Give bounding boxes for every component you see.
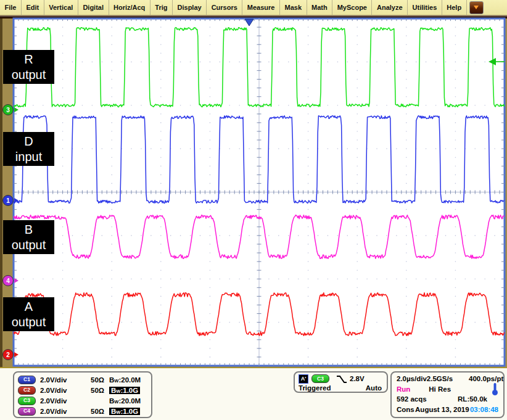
menu-bar: FileEditVerticalDigitalHoriz/AcqTrigDisp…: [0, 0, 507, 15]
trigger-status-row: Triggered Auto: [299, 384, 383, 392]
label-line: output: [12, 315, 46, 330]
status-bar: C12.0V/div50ΩBW:20.0MC22.0V/div50ΩBW:1.0…: [0, 367, 507, 420]
menu-item-help[interactable]: Help: [442, 0, 467, 15]
channel-pill-c4[interactable]: C4: [18, 407, 36, 416]
acquisitions: 592 acqs: [397, 395, 427, 403]
channel-bandwidth: BW:20.0M: [109, 397, 141, 405]
waveform-label-r-output: R output: [3, 50, 54, 84]
channel-termination: 50Ω: [78, 387, 104, 394]
sample-rate: 2.5GS/s: [427, 375, 453, 382]
run-state: Run: [397, 385, 410, 393]
channel-row-c1: C12.0V/div50ΩBW:20.0M: [18, 374, 147, 385]
waveform-display[interactable]: 3142: [0, 17, 507, 367]
channel-pill-c3[interactable]: C3: [18, 397, 36, 405]
channel-scale: 2.0V/div: [40, 376, 78, 384]
channel-pill-c1[interactable]: C1: [18, 376, 36, 384]
channel-pill-c2[interactable]: C2: [18, 386, 36, 395]
trigger-a-badge[interactable]: A': [299, 374, 308, 384]
channel-bandwidth: BW:20.0M: [109, 376, 141, 384]
channel-scale: 2.0V/div: [40, 397, 78, 405]
clock-time: 03:08:48: [470, 406, 498, 413]
menu-items: FileEditVerticalDigitalHoriz/AcqTrigDisp…: [0, 0, 467, 15]
menu-item-horiz-acq[interactable]: Horiz/Acq: [109, 0, 150, 15]
channel-bandwidth: BW:1.0G: [109, 387, 140, 394]
trigger-mode[interactable]: Auto: [366, 384, 382, 392]
channel-termination: 50Ω: [78, 408, 104, 415]
channel-scale: 2.0V/div: [40, 408, 78, 415]
channel-row-c4: C42.0V/div50ΩBW:1.0G: [18, 406, 147, 416]
trigger-readout-box[interactable]: A' C3 2.8V Triggered Auto: [294, 371, 388, 393]
menu-item-digital[interactable]: Digital: [78, 0, 109, 15]
menu-item-edit[interactable]: Edit: [22, 0, 44, 15]
trigger-status: Triggered: [299, 384, 331, 392]
channel-row-c2: C22.0V/div50ΩBW:1.0G: [18, 385, 147, 395]
menu-item-display[interactable]: Display: [173, 0, 207, 15]
trigger-source-row: A' C3 2.8V: [299, 374, 383, 384]
label-line: output: [12, 237, 46, 253]
horizontal-readout-box[interactable]: 2.0µs/div 2.5GS/s 400.0ps/pt Run Hi Res …: [390, 371, 505, 418]
label-line: output: [12, 67, 46, 83]
menu-item-measure[interactable]: Measure: [242, 0, 280, 15]
trigger-source-pill[interactable]: C3: [311, 374, 329, 383]
svg-text:4: 4: [6, 278, 10, 284]
chevron-down-icon: [474, 6, 479, 9]
channel-row-c3: C32.0V/divBW:20.0M: [18, 395, 147, 406]
trigger-dropdown-button[interactable]: [469, 1, 484, 14]
datetime-row: Cons August 13, 2019 03:08:48: [397, 405, 498, 414]
label-line: R: [24, 52, 33, 67]
channel-scale: 2.0V/div: [40, 387, 78, 394]
menu-item-utilities[interactable]: Utilities: [408, 0, 442, 15]
menu-item-trig[interactable]: Trig: [150, 0, 173, 15]
run-row: Run Hi Res: [397, 384, 498, 394]
menu-item-mask[interactable]: Mask: [280, 0, 307, 15]
record-length: RL:50.0k: [458, 395, 487, 403]
scope-left-edge: [0, 17, 2, 367]
menu-item-myscope[interactable]: MyScope: [332, 0, 372, 15]
label-line: A: [25, 299, 33, 315]
menu-item-vertical[interactable]: Vertical: [44, 0, 78, 15]
svg-text:1: 1: [6, 197, 10, 204]
channel-bandwidth: BW:1.0G: [109, 408, 140, 415]
timebase: 2.0µs/div: [397, 375, 427, 382]
svg-text:2: 2: [6, 352, 10, 358]
label-line: B: [25, 222, 33, 237]
cons-label: Cons: [397, 406, 414, 413]
timebase-row: 2.0µs/div 2.5GS/s 400.0ps/pt: [397, 374, 498, 384]
label-line: input: [15, 149, 42, 165]
resolution: 400.0ps/pt: [469, 375, 503, 382]
waveform-label-b-output: B output: [3, 220, 54, 254]
menu-item-math[interactable]: Math: [307, 0, 333, 15]
menu-item-analyze[interactable]: Analyze: [372, 0, 408, 15]
label-line: D: [24, 134, 33, 149]
oscilloscope-screen: FileEditVerticalDigitalHoriz/AcqTrigDisp…: [0, 0, 507, 420]
waveform-label-a-output: A output: [3, 297, 54, 331]
acq-mode: Hi Res: [429, 385, 451, 393]
acquisitions-row: 592 acqs RL:50.0k: [397, 394, 498, 404]
channel-termination: 50Ω: [78, 376, 104, 384]
falling-edge-icon: [336, 374, 347, 384]
menu-item-file[interactable]: File: [0, 0, 22, 15]
waveform-label-d-input: D input: [3, 132, 54, 166]
titlebar-right: MSO5104B Tek X: [467, 0, 507, 15]
svg-text:3: 3: [6, 107, 10, 113]
channel-readouts-box[interactable]: C12.0V/div50ΩBW:20.0MC22.0V/div50ΩBW:1.0…: [13, 371, 152, 418]
trigger-level: 2.8V: [350, 375, 365, 382]
menu-item-cursors[interactable]: Cursors: [207, 0, 242, 15]
date: August 13, 2019: [415, 406, 469, 413]
